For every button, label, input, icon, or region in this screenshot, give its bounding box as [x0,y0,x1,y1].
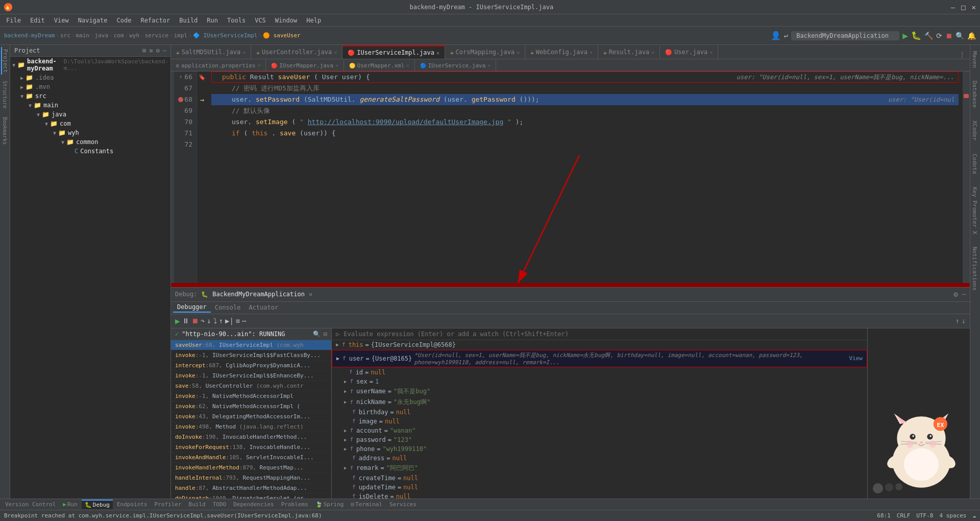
maximize-button[interactable]: □ [961,3,965,11]
tree-src[interactable]: ▼ 📁 src [10,91,170,101]
breadcrumb-wyh[interactable]: wyh [129,32,139,39]
tree-wyh[interactable]: ▼ 📁 wyh [10,128,170,137]
stack-frame-13[interactable]: handleInternal:793, RequestMappingHan... [171,473,331,483]
sidebar-notifications[interactable]: Notifications [970,241,980,297]
debug-run-button[interactable]: 🐛 [911,31,921,40]
run-config[interactable]: BackendMyDreamApplication ▾ [791,31,899,40]
bottom-tab-dependencies[interactable]: Dependencies [230,500,277,509]
tree-idea[interactable]: ▶ 📁 .idea [10,73,170,82]
status-spaces[interactable]: 4 spaces [939,512,966,519]
debug-force-into-button[interactable]: ⤵ [213,317,217,325]
structure-icon[interactable]: Structure [2,79,8,110]
status-crlf[interactable]: CRLF [897,512,911,519]
menu-file[interactable]: File [2,16,25,25]
debug-session-name[interactable]: BackendMyDreamApplication [212,291,305,298]
tab-usercontroller[interactable]: ☕ UserController.java ✕ [251,45,342,59]
evaluate-input[interactable] [344,330,863,338]
breadcrumb-class[interactable]: 🔷 IUserServiceImpl [193,32,258,39]
status-position[interactable]: 68:1 [877,512,891,519]
menu-navigate[interactable]: Navigate [74,16,112,25]
bottom-tab-todo[interactable]: TODO [210,500,230,509]
bottom-tab-endpoints[interactable]: Endpoints [114,500,151,509]
breadcrumb-src[interactable]: src [60,32,70,39]
var-remark[interactable]: ▶ f remark = "阿巴阿巴" [332,463,867,473]
tab2-properties-close[interactable]: ✕ [258,63,260,68]
bookmarks-icon[interactable]: Bookmarks [2,115,8,147]
debug-stop-button[interactable]: ⏹ [191,317,199,325]
tab2-iusermapper-close[interactable]: ✕ [335,63,338,68]
menu-refactor[interactable]: Refactor [136,16,174,25]
tab-iuserserviceimpl[interactable]: 🔴 IUserServiceImpl.java ✕ [342,45,445,59]
debug-step-over-button[interactable]: ↷ [201,317,205,325]
var-image[interactable]: f image = null [332,417,867,426]
tree-com[interactable]: ▼ 📁 com [10,119,170,128]
menu-window[interactable]: Window [271,16,301,25]
bottom-tab-problems[interactable]: Problems [278,500,311,509]
menu-build[interactable]: Build [175,16,202,25]
var-account[interactable]: ▶ f account = "wanan" [332,426,867,435]
tree-main[interactable]: ▼ 📁 main [10,101,170,110]
tab-saltmd5-close[interactable]: ✕ [242,50,246,55]
filter-icon[interactable]: 🔍 [313,330,321,338]
sidebar-database[interactable]: Database [970,75,980,114]
var-updatetime[interactable]: f updateTime = null [332,483,867,492]
debug-step-out-button[interactable]: ↑ [219,317,223,325]
tab-user-close[interactable]: ✕ [709,50,713,55]
tab-corsmapping-close[interactable]: ✕ [517,50,520,55]
search-button[interactable]: 🔍 [955,32,964,40]
debug-tab-actuator[interactable]: Actuator [244,303,282,312]
debug-more-button[interactable]: ⋯ [242,317,246,325]
debug-step-into-button[interactable]: ↓ [207,317,211,325]
var-createtime[interactable]: f createTime = null [332,473,867,483]
tab2-iusermapper[interactable]: 🔴 IUserMapper.java ✕ [266,60,344,71]
status-encoding[interactable]: UTF-8 [916,512,933,519]
stack-frame-1[interactable]: invoke:-1, IUserServiceImpl$$FastClassBy… [171,350,331,361]
code-editor[interactable]: ↑ 66 67 68 69 70 71 72 🔖 [171,72,970,283]
var-id[interactable]: f id = null [332,368,867,377]
debug-up-button[interactable]: ↑ [955,317,959,325]
tree-java[interactable]: ▼ 📁 java [10,110,170,119]
stack-frame-15[interactable]: doDispatch:1040, DispatcherServlet (or..… [171,493,331,499]
view-link[interactable]: View [849,355,863,362]
bottom-tab-run[interactable]: ▶ Run [60,500,81,509]
tree-common[interactable]: ▼ 📁 common [10,137,170,147]
menu-run[interactable]: Run [203,16,222,25]
sidebar-maven[interactable]: Maven [970,45,980,75]
project-collapse-button[interactable]: ≡ [149,47,153,54]
editor-scrollbar[interactable] [963,72,970,283]
breadcrumb-method[interactable]: 🟠 saveUser [263,32,301,39]
tab-result-close[interactable]: ✕ [651,50,654,55]
menu-code[interactable]: Code [113,16,136,25]
tab-iuserserviceimpl-close[interactable]: ✕ [436,50,439,56]
var-nickname[interactable]: ▶ f nickName = "永无bug啊" [332,397,867,408]
running-thread-name[interactable]: "http-nio-90...ain": RUNNING [182,330,285,338]
debug-down-button[interactable]: ↓ [962,317,966,325]
tab-result[interactable]: ☕ Result.java ✕ [598,45,660,59]
var-sex[interactable]: ▶ f sex = 1 [332,377,867,386]
tab2-properties[interactable]: ⚙ application.properties ✕ [171,60,266,71]
bottom-tab-services[interactable]: Services [386,500,420,509]
menu-help[interactable]: Help [302,16,325,25]
stack-frame-8[interactable]: invoke:498, Method (java.lang.reflect) [171,422,331,432]
bottom-tab-debug[interactable]: 🐛 Debug [82,500,113,509]
project-settings-button[interactable]: ⚙ [156,47,160,54]
bottom-tab-terminal[interactable]: ⊟ Terminal [348,500,385,509]
stack-frame-0[interactable]: saveUser:68, IUserServiceImpl (com.wyh [171,340,331,350]
sidebar-keypromoter[interactable]: Key Promoter X [970,181,980,241]
tab-webconfig[interactable]: ☕ WebConfig.java ✕ [525,45,598,59]
stack-frame-10[interactable]: invokeForRequest:138, InvocableHandle... [171,442,331,453]
breadcrumb-java[interactable]: java [95,32,109,39]
tab-saltmd5[interactable]: ☕ SaltMD5Util.java ✕ [171,45,251,59]
minimize-button[interactable]: — [951,3,955,11]
tab2-iuserservice[interactable]: 🔵 IUserService.java ✕ [415,60,496,71]
sidebar-codota[interactable]: Codota [970,148,980,181]
bottom-tab-spring[interactable]: 🍃 Spring [312,500,347,509]
var-this[interactable]: ▶ f this = {IUserServiceImpl@6568} [332,340,867,349]
var-username[interactable]: ▶ f userName = "我不是bug" [332,386,867,397]
debug-resume-button[interactable]: ▶ [175,316,180,326]
stack-frame-12[interactable]: invokeHandlerMethod:879, RequestMap... [171,463,331,473]
tabs-overflow[interactable]: ⋮ [954,51,970,59]
tab2-usermapper-close[interactable]: ✕ [406,63,409,68]
debug-frames-button[interactable]: ≡ [236,317,240,325]
project-expand-button[interactable]: ⊞ [142,47,146,54]
